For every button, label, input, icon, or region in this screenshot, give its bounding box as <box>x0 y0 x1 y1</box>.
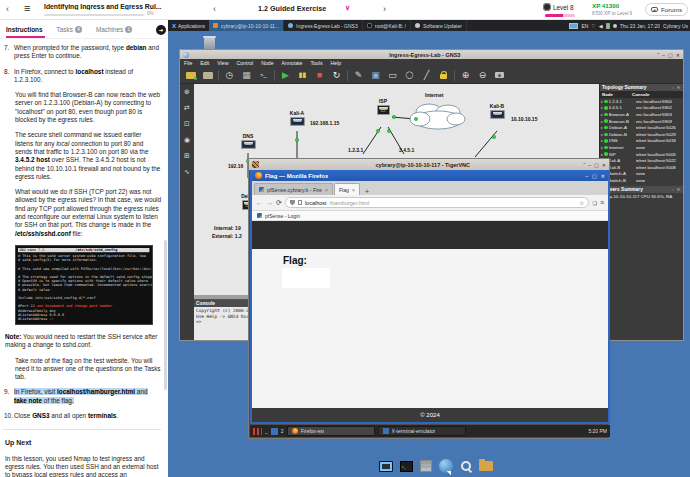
task-button-x-terminal-emulator[interactable]: X-terminal-emulator <box>378 426 466 436</box>
window-control-icon[interactable]: ▢ <box>668 52 673 58</box>
topology-row[interactable]: ▸Kali-Btelnet localhost:5008 <box>600 164 683 171</box>
start-icon[interactable]: ▶ <box>279 69 292 82</box>
stop-icon[interactable]: ■ <box>313 69 326 82</box>
window-control-icon[interactable]: ✕ <box>601 173 605 179</box>
collapse-panel-button[interactable]: ➜ <box>156 25 166 35</box>
tracking-shield-icon[interactable] <box>290 200 295 206</box>
switches-button[interactable]: ⇄ <box>184 104 190 111</box>
topology-row[interactable]: ▸ISPtelnet localhost:5005 <box>600 151 683 158</box>
node-isp[interactable]: ISP <box>372 98 394 115</box>
topology-row[interactable]: ▸Browser-Avnc localhost:5903 <box>600 111 683 118</box>
taskbar-window[interactable]: cybrary@ip-10-10-10-11... <box>209 20 284 31</box>
back-icon[interactable]: ← <box>256 199 263 206</box>
draw-rectangle-icon[interactable]: ▭ <box>386 69 399 82</box>
node-kali-b[interactable]: Kali-B <box>486 103 508 119</box>
window-control-icon[interactable]: – <box>585 173 588 179</box>
vnc-titlebar[interactable]: cybrary@ip-10-10-10-117 - TigerVNC ˆ–▢✕ <box>249 159 609 170</box>
app-menu-icon[interactable]: ≡ <box>600 199 604 206</box>
window-control-icon[interactable]: ˆ <box>658 52 660 58</box>
window-control-icon[interactable]: – <box>662 52 665 58</box>
routers-button[interactable]: ⊛ <box>184 88 190 95</box>
network-icon[interactable]: ♡ <box>591 23 595 29</box>
topology-row[interactable]: ▸Kali-Atelnet localhost:5022 <box>600 157 683 164</box>
firefox-titlebar[interactable]: Flag — Mozilla Firefox –▢✕ <box>252 170 608 181</box>
browser-tab[interactable]: Flag× <box>334 183 360 195</box>
task-button-firefox-esr[interactable]: Firefox-esr <box>287 426 375 436</box>
notifications-icon[interactable] <box>613 24 617 28</box>
topology-row[interactable]: ▸1.2.3.1vnc localhost:5900 <box>600 98 683 105</box>
url-bar[interactable]: localhost/hamburger.html ☆ <box>285 197 590 208</box>
taskbar-clock[interactable]: Thu 23 Jan, 17:20 <box>620 23 660 29</box>
volume-icon[interactable]: ◀ <box>599 23 603 29</box>
tab-close-icon[interactable]: × <box>325 187 328 193</box>
window-control-icon[interactable]: ▢ <box>592 173 597 179</box>
add-link-button[interactable]: ∿ <box>184 168 190 175</box>
home-folder-launcher[interactable] <box>478 458 494 474</box>
keyboard-layout[interactable]: EN <box>581 23 588 29</box>
forward-icon[interactable]: → <box>266 199 273 206</box>
reload-icon[interactable]: ↻ <box>330 69 343 82</box>
taskbar-window[interactable]: Software Updater <box>411 20 467 31</box>
topology-row[interactable]: ▸Debian-Btelnet localhost:5029 <box>600 131 683 138</box>
bookmark-item[interactable]: pfSense - Login <box>265 213 300 219</box>
end-devices-button[interactable]: ⊡ <box>184 120 190 127</box>
zoom-out-icon[interactable]: ⊖ <box>476 69 489 82</box>
workspace-pager-icon[interactable] <box>569 23 578 29</box>
tab-instructions[interactable]: Instructions <box>6 26 43 33</box>
topology-row[interactable]: ▸Internetnone <box>600 144 683 151</box>
lock-icon[interactable] <box>437 69 450 82</box>
taskbar-window[interactable]: Ingress-Egress-Lab - GNS3 <box>284 20 363 31</box>
window-control-icon[interactable]: ✕ <box>602 162 606 168</box>
draw-ellipse-icon[interactable]: ◯ <box>403 69 416 82</box>
topology-row[interactable]: ▸DNStelnet localhost:5018 <box>600 138 683 145</box>
reload-icon[interactable]: ⟳ <box>276 199 282 207</box>
panel-buttons[interactable]: ▫ ✕ <box>672 85 681 90</box>
forums-button[interactable]: Forums <box>645 3 688 16</box>
topology-row[interactable]: ▸3.4.5.1vnc localhost:5902 <box>600 105 683 112</box>
server-row[interactable]: ▸ ip-10-10-10-117 CPU 55.6%, RA. <box>600 193 683 200</box>
next-step-button[interactable]: › <box>383 4 386 14</box>
open-project-icon[interactable] <box>201 69 214 82</box>
new-project-icon[interactable] <box>184 69 197 82</box>
window-control-icon[interactable]: ✕ <box>676 52 680 58</box>
web-browser-launcher[interactable] <box>438 458 454 474</box>
menu-file[interactable]: File <box>184 60 192 66</box>
suspend-icon[interactable]: ▮▮ <box>296 69 309 82</box>
note-icon[interactable]: ✎ <box>352 69 365 82</box>
screenshot-icon[interactable] <box>493 69 506 82</box>
menu-edit[interactable]: Edit <box>200 60 209 66</box>
tab-close-icon[interactable]: × <box>352 187 355 193</box>
exercise-title[interactable]: 1.2 Guided Exercise <box>258 4 326 13</box>
display-launcher[interactable] <box>378 458 394 474</box>
node-dns[interactable]: DNS <box>237 133 259 149</box>
menu-view[interactable]: View <box>217 60 228 66</box>
tab-tasks[interactable]: Tasks4 <box>57 26 82 33</box>
all-devices-button[interactable]: ⊞ <box>184 152 190 159</box>
menu-annotate[interactable]: Annotate <box>282 60 303 66</box>
new-tab-button[interactable]: + <box>361 188 373 195</box>
topology-row[interactable]: ▸Switch-Anone <box>600 171 683 178</box>
panel-buttons[interactable]: ▫ ✕ <box>672 187 681 192</box>
menu-control[interactable]: Control <box>236 60 253 66</box>
window-control-icon[interactable]: ▢ <box>594 162 599 168</box>
window-control-icon[interactable]: – <box>588 162 591 168</box>
topology-row[interactable]: ▸Debian-Atelnet localhost:5026 <box>600 124 683 131</box>
terminal-launcher[interactable]: >_ <box>398 458 414 474</box>
panel-scrollbar[interactable] <box>164 240 167 390</box>
chevron-down-icon[interactable]: ∨ <box>345 4 350 12</box>
security-devices-button[interactable]: ◉ <box>184 136 190 143</box>
bookmark-star-icon[interactable]: ☆ <box>579 199 584 206</box>
battery-icon[interactable] <box>606 23 610 29</box>
gns3-titlebar[interactable]: Ingress-Egress-Lab - GNS3 ˆ–▢✕ <box>180 50 683 59</box>
sidebar-icon[interactable]: ❏ <box>592 200 596 206</box>
window-control-icon[interactable]: ˆ <box>584 162 586 168</box>
applications-menu-button[interactable]: X Applications <box>168 20 209 31</box>
menu-help[interactable]: Help <box>331 60 342 66</box>
menu-icon[interactable]: ≡ <box>24 2 30 14</box>
menu-node[interactable]: Node <box>261 60 273 66</box>
console-icon[interactable]: >_ <box>257 69 270 82</box>
snapshot-icon[interactable]: ◷ <box>223 69 236 82</box>
file-manager-launcher[interactable] <box>418 458 434 474</box>
topology-row[interactable]: ▸Browser-Bvnc localhost:5909 <box>600 118 683 125</box>
insert-image-icon[interactable]: ▣ <box>369 69 382 82</box>
